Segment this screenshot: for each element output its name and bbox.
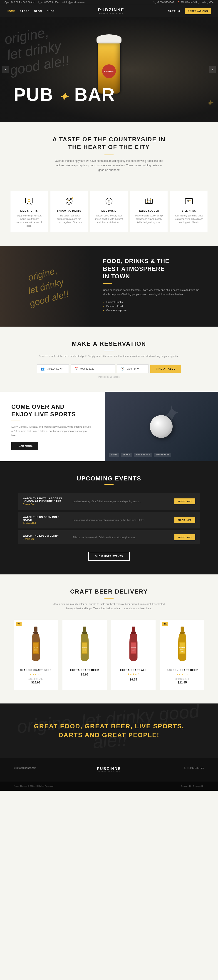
feature-music-desc: A lot of beer, friends, cool music and f…	[94, 214, 124, 224]
people-icon: 👥	[41, 367, 44, 371]
beer-badge-4: 4%	[163, 622, 168, 626]
great-heading: GREAT FOOD, GREAT BEER, LIVE SPORTS, DAR…	[14, 722, 204, 740]
food-script: origine,let drinkygood ale!!	[22, 262, 70, 310]
espn-logo: ESPN	[109, 453, 119, 457]
live-sports-section: COME OVER AND ENJOY LIVE SPORTS Every Mo…	[0, 392, 218, 461]
find-table-button[interactable]: FIND A TABLE	[150, 364, 181, 373]
svg-rect-33	[83, 627, 86, 632]
reservation-heading: MAKE A RESERVATION	[18, 340, 200, 347]
clock-icon: 🕐	[120, 367, 124, 371]
logo-sub: SPORTS PUB & BAR	[98, 13, 125, 14]
svg-text:CRAFT: CRAFT	[180, 649, 185, 650]
beer-card-classic: 4% CRAFT BEER CLASSIC CRAFT BEER ★★★☆☆ $…	[14, 620, 58, 690]
live-divider	[11, 421, 21, 421]
footer-left: ✉ info@pubzinne.com	[14, 767, 71, 772]
food-list: Original Drinks Delicious Food Great Atm…	[103, 301, 207, 313]
hero-script2: ✦	[205, 98, 214, 109]
beer-bottle-4: GOLDEN CRAFT BEER	[163, 624, 201, 665]
footer-copyright: Appus Themes © 2020. All Rights Reserved…	[14, 785, 54, 787]
time-select[interactable]: 7:00 PM 6:00 PM 8:00 PM	[126, 367, 140, 370]
beer-bottle-2: EXTRA BEER	[66, 624, 103, 665]
nav-blog[interactable]: BLOG	[34, 10, 42, 13]
svg-rect-0	[25, 198, 33, 203]
svg-line-2	[30, 203, 32, 205]
svg-rect-16	[145, 199, 153, 204]
footer-logo-title: PUBZINNE	[80, 767, 137, 771]
footer-logo-sub: SPORTS PUB & BAR	[80, 771, 137, 772]
next-slide-button[interactable]: ›	[209, 66, 216, 73]
hero-heading: PUB ✦ BAR	[14, 86, 115, 104]
topbar-phone2: 📞 +1 800-555-4567	[153, 1, 174, 4]
taste-heading: A TASTE OF THE COUNTRYSIDE IN THE HEART …	[18, 136, 200, 151]
feature-live-sports-title: LIVE SPORTS	[14, 210, 44, 212]
reservations-button[interactable]: RESERVATIONS	[185, 8, 211, 14]
cart-link[interactable]: CART / 0	[168, 10, 180, 13]
live-logos: ESPN ESPNC FOX SPORTS EUROSPORT	[109, 453, 171, 457]
events-heading: UPCOMING EVENTS	[18, 475, 200, 482]
soccer-icon	[143, 196, 155, 207]
footer-email: ✉ info@pubzinne.com	[14, 767, 71, 769]
beer-card-ale: CRAFT ALE EXTRA CRAFT ALE ★★★★☆ $9.95	[111, 620, 156, 690]
feature-darts-title: THROWING DARTS	[54, 210, 84, 212]
beer-card-extra: EXTRA BEER EXTRA CRAFT BEER $9.95	[62, 620, 107, 690]
svg-point-4	[28, 199, 30, 202]
feature-soccer-desc: Play the table soccer at top caliber and…	[134, 214, 164, 224]
nav-logo: PUBZINNE SPORTS PUB & BAR	[98, 8, 125, 14]
event-desc-1: Unmissable story of the British summer, …	[73, 500, 170, 503]
event-btn-2[interactable]: MORE INFO	[174, 517, 195, 523]
svg-rect-46	[180, 632, 185, 633]
svg-text:BEER: BEER	[34, 649, 38, 651]
event-btn-1[interactable]: MORE INFO	[174, 498, 195, 504]
taste-divider	[104, 154, 114, 155]
show-more-events-button[interactable]: SHOW MORE EVENTS	[88, 552, 130, 561]
feature-music-title: LIVE MUSIC	[94, 210, 124, 212]
footer: ✉ info@pubzinne.com PUBZINNE SPORTS PUB …	[0, 758, 218, 781]
beer-stars-4: ★★★☆☆	[163, 673, 201, 676]
food-divider	[103, 283, 112, 284]
beer-name-3: EXTRA CRAFT ALE	[115, 669, 152, 671]
time-selector[interactable]: 🕐 7:00 PM 6:00 PM 8:00 PM	[117, 364, 148, 373]
svg-line-1	[27, 203, 28, 205]
svg-rect-40	[131, 632, 136, 633]
event-btn-3[interactable]: MORE INFO	[174, 535, 195, 540]
feature-soccer-title: TABLE SOCCER	[134, 210, 164, 212]
date-selector[interactable]: 📅	[71, 364, 115, 373]
event-left-2: WATCH THE US OPEN GOLF MATCH 12 Years Ol…	[23, 516, 68, 524]
footer-phone: 📞 +1 800-555-4567	[147, 767, 204, 769]
read-more-button[interactable]: READ MORE	[11, 442, 38, 450]
feature-darts-desc: Take part in our darts competitions amon…	[54, 214, 84, 224]
nav-pages[interactable]: PAGES	[20, 10, 30, 13]
feature-live-sports-desc: Enjoy watching live sport events in a fr…	[14, 214, 44, 228]
event-left-3: WATCH THE EPSOM DERBY 6 Years Old	[23, 535, 68, 540]
feature-billiards: BILLIARDS Your friendly gathering place …	[170, 191, 208, 232]
nav-right: CART / 0 RESERVATIONS	[168, 8, 211, 14]
feature-live-sports: LIVE SPORTS Enjoy watching live sport ev…	[10, 191, 48, 232]
svg-point-26	[190, 201, 191, 201]
people-selector[interactable]: 👥 3 PEOPLE 2 PEOPLE 4 PEOPLE	[37, 364, 69, 373]
svg-rect-45	[180, 627, 184, 632]
event-row: WATCH THE US OPEN GOLF MATCH 12 Years Ol…	[18, 512, 200, 528]
powered-by: Powered by OpenTable	[18, 376, 200, 378]
calendar-icon: 📅	[74, 367, 78, 371]
open-hours: Open At: 6:00 PM To 2:00 AM	[5, 1, 35, 4]
nav-shop[interactable]: SHOP	[47, 10, 55, 13]
logo-title: PUBZINNE	[98, 8, 125, 13]
prev-slide-button[interactable]: ‹	[2, 66, 9, 73]
event-date-2: 12 Years Old	[23, 522, 68, 524]
people-select[interactable]: 3 PEOPLE 2 PEOPLE 4 PEOPLE	[46, 367, 63, 370]
taste-section: A TASTE OF THE COUNTRYSIDE IN THE HEART …	[0, 122, 218, 191]
svg-text:CRAFT: CRAFT	[33, 647, 38, 649]
music-icon: ♫	[103, 196, 115, 207]
date-input[interactable]	[80, 368, 111, 370]
eurosport-logo: EUROSPORT	[154, 453, 171, 457]
topbar-email: ✉ info@pubzinne.com	[62, 1, 84, 4]
svg-rect-28	[33, 632, 38, 633]
beer-divider	[104, 598, 114, 598]
beer-foam	[96, 34, 122, 43]
nav-home[interactable]: HOME	[7, 10, 15, 13]
food-list-item: Original Drinks	[103, 301, 207, 303]
reservation-section: MAKE A RESERVATION Reserve a table at th…	[0, 326, 218, 392]
footer-bottom: Appus Themes © 2020. All Rights Reserved…	[0, 781, 218, 791]
event-desc-3: This classic horse race in Britain and t…	[73, 536, 170, 539]
hero-text: PUB ✦ BAR	[14, 86, 115, 104]
